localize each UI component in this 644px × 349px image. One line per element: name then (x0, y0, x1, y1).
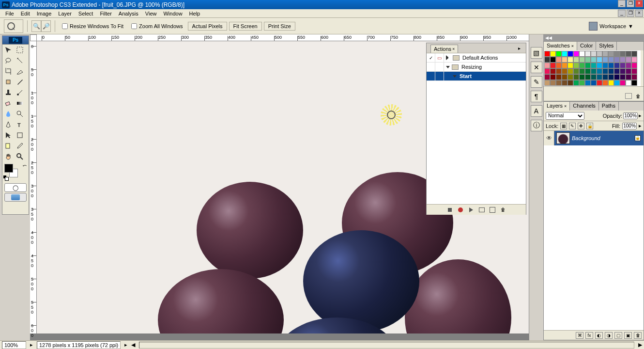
path-select-tool[interactable] (2, 130, 14, 141)
pen-tool[interactable] (2, 119, 14, 130)
swatch-cell[interactable] (550, 80, 556, 86)
expand-toggle[interactable] (446, 55, 451, 60)
swatch-cell[interactable] (556, 63, 562, 68)
zoom-all-check[interactable]: Zoom All Windows (131, 23, 183, 29)
new-layer-button[interactable]: ▣ (624, 332, 632, 339)
swatch-cell[interactable] (620, 51, 626, 57)
swatch-cell[interactable] (550, 51, 556, 57)
actual-pixels-button[interactable]: Actual Pixels (188, 22, 227, 31)
visibility-toggle[interactable]: 👁 (544, 131, 554, 145)
swatch-cell[interactable] (608, 74, 614, 80)
swatch-cell[interactable] (550, 74, 556, 80)
swatch-cell[interactable] (567, 68, 573, 74)
menu-filter[interactable]: Filter (96, 10, 115, 17)
maximize-button[interactable]: ❐ (627, 0, 634, 7)
tool-preset-picker[interactable] (4, 19, 23, 33)
swatch-cell[interactable] (562, 51, 567, 57)
menu-file[interactable]: File (2, 10, 17, 17)
screen-mode-button[interactable] (4, 193, 27, 202)
mdi-minimize[interactable]: _ (618, 10, 626, 17)
zoom-tool[interactable] (14, 151, 26, 162)
new-set-button[interactable] (478, 206, 486, 213)
character-icon[interactable]: A (531, 105, 542, 117)
chevron-icon[interactable]: ▸ (639, 112, 642, 119)
action-dialog-toggle[interactable]: ▭ (435, 53, 444, 62)
link-layers-button[interactable]: ⌘ (576, 332, 583, 339)
swatch-cell[interactable] (608, 80, 614, 86)
swatch-cell[interactable] (626, 80, 631, 86)
swatch-cell[interactable] (573, 80, 579, 86)
print-size-button[interactable]: Print Size (264, 22, 295, 31)
swatch-cell[interactable] (591, 57, 597, 63)
zoom-level[interactable]: 100% (2, 341, 26, 349)
swatch-cell[interactable] (573, 57, 579, 63)
record-button[interactable] (457, 206, 464, 213)
swatch-cell[interactable] (585, 51, 591, 57)
swatch-cell[interactable] (631, 80, 637, 86)
swatch-cell[interactable] (562, 80, 567, 86)
history-brush-tool[interactable] (14, 87, 26, 98)
swatch-cell[interactable] (602, 68, 608, 74)
panel-menu-icon[interactable] (518, 45, 524, 50)
swatch-cell[interactable] (585, 68, 591, 74)
lock-pixels[interactable]: ✎ (569, 123, 576, 129)
minimize-button[interactable]: _ (618, 0, 626, 7)
menu-view[interactable]: View (142, 10, 160, 17)
chevron-icon[interactable]: ▸ (639, 123, 642, 129)
swatch-cell[interactable] (602, 51, 608, 57)
brushes-icon[interactable]: ✎ (531, 76, 542, 88)
swatch-cell[interactable] (614, 57, 620, 63)
healing-tool[interactable] (2, 77, 14, 87)
play-button[interactable] (467, 206, 475, 213)
foreground-color[interactable] (4, 164, 13, 173)
layers-tab[interactable]: Layers × (544, 102, 570, 111)
layer-style-button[interactable]: fx (585, 332, 593, 339)
delete-layer-button[interactable]: 🗑 (634, 332, 642, 339)
swap-colors-icon[interactable]: ⤺ (23, 163, 27, 168)
swatch-cell[interactable] (579, 80, 585, 86)
swatch-cell[interactable] (602, 80, 608, 86)
brush-tool[interactable] (14, 77, 26, 87)
lock-position[interactable]: ✥ (578, 123, 584, 129)
stamp-tool[interactable] (2, 87, 14, 98)
new-action-button[interactable] (489, 206, 496, 213)
expand-toggle[interactable] (453, 75, 457, 78)
color-tab[interactable]: Color (577, 42, 596, 50)
histogram-icon[interactable]: ✕ (531, 62, 542, 73)
close-tab-icon[interactable]: × (452, 47, 455, 51)
swatch-cell[interactable] (544, 63, 550, 68)
swatch-cell[interactable] (585, 63, 591, 68)
vertical-ruler[interactable]: 05 01 0 01 5 02 0 02 5 03 0 03 5 04 0 04… (30, 41, 37, 333)
delete-button[interactable] (499, 206, 507, 213)
layer-thumbnail[interactable] (556, 132, 570, 144)
swatch-cell[interactable] (602, 57, 608, 63)
swatch-cell[interactable] (597, 80, 602, 86)
actions-panel[interactable]: Actions × ✓▭Default ActionsResizingStart (426, 43, 526, 215)
shape-tool[interactable] (14, 130, 26, 141)
swatch-cell[interactable] (556, 80, 562, 86)
menu-analysis[interactable]: Analysis (115, 10, 142, 17)
channels-tab[interactable]: Channels (570, 102, 598, 111)
swatch-cell[interactable] (573, 63, 579, 68)
ruler-origin[interactable] (30, 34, 37, 41)
swatch-cell[interactable] (562, 63, 567, 68)
action-toggle-checkbox[interactable]: ✓ (427, 53, 435, 62)
mdi-close[interactable]: × (635, 10, 643, 17)
document-info[interactable]: 1278 pixels x 1195 pixels (72 ppi) (37, 341, 121, 349)
swatch-cell[interactable] (562, 68, 567, 74)
fill-input[interactable] (622, 123, 637, 129)
paths-tab[interactable]: Paths (599, 102, 619, 111)
swatch-cell[interactable] (614, 80, 620, 86)
notes-tool[interactable] (2, 141, 14, 151)
swatch-cell[interactable] (614, 74, 620, 80)
swatch-cell[interactable] (597, 68, 602, 74)
swatch-cell[interactable] (591, 74, 597, 80)
swatch-cell[interactable] (608, 63, 614, 68)
swatch-cell[interactable] (626, 68, 631, 74)
swatch-cell[interactable] (567, 74, 573, 80)
swatch-cell[interactable] (556, 51, 562, 57)
swatch-cell[interactable] (544, 57, 550, 63)
blend-mode-select[interactable]: Normal (546, 112, 584, 120)
swatch-cell[interactable] (585, 80, 591, 86)
swatch-cell[interactable] (608, 68, 614, 74)
